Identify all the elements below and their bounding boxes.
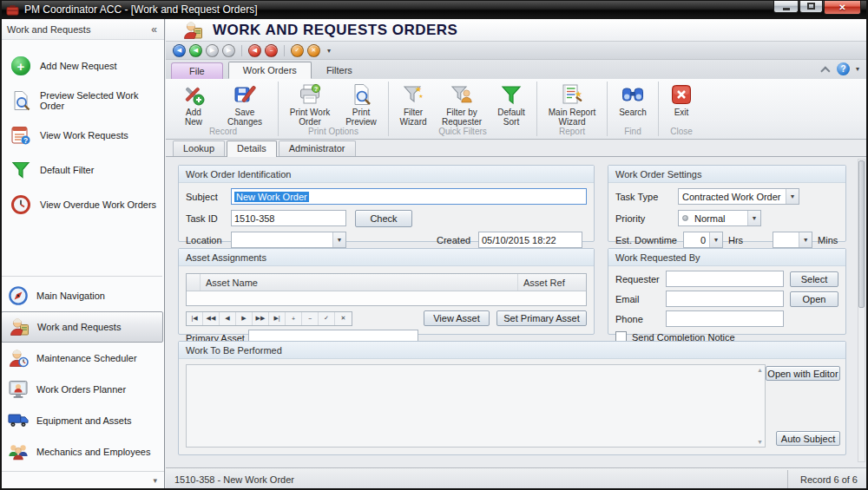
filter-by-requester-button[interactable]: Filter by Requester bbox=[435, 82, 489, 127]
tab-details[interactable]: Details bbox=[227, 140, 277, 157]
minimize-button[interactable] bbox=[773, 0, 799, 13]
post-record-icon[interactable]: ✓ bbox=[291, 44, 304, 57]
mins-unit-label: Mins bbox=[818, 235, 838, 245]
main-report-wizard-button[interactable]: ★ Main Report Wizard bbox=[542, 82, 602, 127]
sidebar-item-preview-work-order[interactable]: Preview Selected Work Order bbox=[0, 83, 164, 118]
sidebar-item-label: Maintenance Scheduler bbox=[36, 353, 137, 363]
row-indicator-column bbox=[187, 274, 201, 291]
maximize-icon bbox=[807, 3, 815, 10]
sidebar-header-label: Work and Requests bbox=[7, 24, 151, 35]
nav-cancel-icon[interactable]: ✕ bbox=[335, 312, 352, 325]
open-with-editor-button[interactable]: Open with Editor bbox=[766, 366, 840, 381]
sidebar-item-mechanics-and-employees[interactable]: Mechanics and Employees bbox=[0, 436, 164, 467]
help-icon[interactable]: ? bbox=[837, 62, 850, 75]
cancel-edit-icon[interactable]: ✕ bbox=[307, 44, 320, 57]
asset-grid-empty-row[interactable] bbox=[187, 291, 586, 305]
downtime-mins-combobox[interactable]: ▼ bbox=[773, 232, 812, 248]
auto-subject-button[interactable]: Auto Subject bbox=[776, 431, 840, 446]
view-asset-button[interactable]: View Asset bbox=[424, 310, 490, 326]
maximize-button[interactable] bbox=[799, 0, 823, 13]
add-new-button[interactable]: Add New bbox=[173, 82, 214, 127]
nav-prior-icon[interactable]: ◀ bbox=[220, 312, 236, 325]
sidebar-item-view-work-requests[interactable]: ? View Work Requests bbox=[0, 118, 164, 153]
delete-record-icon[interactable]: − bbox=[265, 44, 278, 57]
worker-clipboard-icon bbox=[9, 317, 30, 337]
print-preview-button[interactable]: Print Preview bbox=[339, 82, 384, 127]
exit-button[interactable]: Exit bbox=[663, 82, 700, 127]
phone-input[interactable] bbox=[666, 310, 784, 327]
nav-prior-page-icon[interactable]: ◀◀ bbox=[203, 312, 220, 325]
toolbar-dropdown-icon[interactable]: ▾ bbox=[327, 47, 331, 55]
ribbon-separator bbox=[658, 82, 659, 136]
email-input[interactable] bbox=[666, 291, 784, 307]
scroll-down-icon[interactable]: ▼ bbox=[757, 439, 763, 445]
collapse-ribbon-icon[interactable] bbox=[820, 66, 830, 75]
tab-filters[interactable]: Filters bbox=[312, 62, 367, 79]
scrollbar-thumb[interactable] bbox=[858, 160, 865, 308]
search-button[interactable]: Search bbox=[612, 82, 654, 127]
sidebar-item-main-navigation[interactable]: Main Navigation bbox=[0, 280, 164, 311]
nav-last-record-icon[interactable]: ▶ bbox=[222, 44, 235, 57]
chevron-down-icon: ▼ bbox=[799, 232, 812, 247]
scroll-up-icon[interactable]: ▲ bbox=[757, 367, 763, 373]
work-description-textarea[interactable]: ▲ ▼ bbox=[186, 364, 766, 448]
nav-next-icon[interactable]: ▶ bbox=[236, 312, 253, 325]
requester-input[interactable] bbox=[666, 271, 784, 287]
print-work-order-button[interactable]: ? Print Work Order bbox=[283, 82, 337, 127]
group-title: Work To Be Performed bbox=[186, 345, 282, 356]
task-id-label: Task ID bbox=[186, 213, 231, 224]
revert-record-icon[interactable]: ◀ bbox=[248, 44, 261, 57]
sidebar-collapse-icon[interactable]: « bbox=[151, 23, 157, 36]
nav-delete-icon[interactable]: − bbox=[302, 312, 319, 325]
task-type-combobox[interactable]: Contracted Work Order▼ bbox=[678, 188, 799, 205]
open-email-button[interactable]: Open bbox=[790, 291, 838, 307]
sidebar-item-default-filter[interactable]: Default Filter bbox=[0, 153, 164, 187]
ribbon-group-label: Quick Filters bbox=[393, 127, 532, 138]
downtime-hours-combobox[interactable]: 0▼ bbox=[683, 232, 723, 248]
ribbon-button-label: Print Preview bbox=[342, 108, 380, 127]
sidebar-item-work-orders-planner[interactable]: Work Orders Planner bbox=[0, 374, 164, 405]
sidebar-item-add-new-request[interactable]: + Add New Request bbox=[0, 49, 164, 83]
check-button[interactable]: Check bbox=[355, 210, 412, 227]
nav-post-icon[interactable]: ✓ bbox=[319, 312, 335, 325]
sidebar-item-view-overdue[interactable]: View Overdue Work Orders bbox=[0, 187, 164, 222]
nav-first-record-icon[interactable]: ◀ bbox=[173, 44, 186, 57]
default-sort-button[interactable]: Default Sort bbox=[490, 82, 532, 127]
task-id-input[interactable]: 1510-358 bbox=[231, 210, 346, 226]
sidebar-item-label: Default Filter bbox=[40, 165, 94, 175]
column-asset-name[interactable]: Asset Name bbox=[201, 274, 518, 291]
asset-grid[interactable]: Asset Name Asset Ref bbox=[186, 273, 587, 306]
save-changes-button[interactable]: Save Changes bbox=[216, 82, 273, 127]
set-primary-asset-button[interactable]: Set Primary Asset bbox=[496, 310, 587, 326]
created-input[interactable]: 05/10/2015 18:22 bbox=[478, 232, 582, 248]
requester-label: Requester bbox=[615, 274, 666, 284]
priority-combobox[interactable]: Normal▼ bbox=[678, 210, 761, 226]
nav-last-icon[interactable]: ▶| bbox=[269, 312, 286, 325]
sidebar-overflow-icon[interactable]: ▾ bbox=[153, 476, 157, 485]
help-dropdown-icon[interactable]: ▾ bbox=[856, 65, 859, 73]
ribbon-group-quick-filters: ★★ Filter Wizard Filter by Requester Def… bbox=[390, 79, 536, 139]
column-asset-ref[interactable]: Asset Ref bbox=[518, 274, 586, 291]
group-header: Work Requested By bbox=[608, 249, 845, 266]
sidebar-item-equipment-and-assets[interactable]: Equipment and Assets bbox=[0, 405, 164, 436]
tab-file[interactable]: File bbox=[171, 62, 223, 79]
priority-label: Priority bbox=[615, 213, 678, 224]
location-combobox[interactable]: ▼ bbox=[231, 232, 346, 248]
tab-work-orders[interactable]: Work Orders bbox=[228, 62, 312, 79]
select-requester-button[interactable]: Select bbox=[790, 271, 838, 287]
sidebar-item-label: Main Navigation bbox=[36, 291, 105, 301]
tab-administrator[interactable]: Administrator bbox=[279, 140, 356, 156]
filter-wizard-button[interactable]: ★★ Filter Wizard bbox=[393, 82, 433, 127]
nav-first-icon[interactable]: |◀ bbox=[187, 312, 203, 325]
close-button[interactable]: ✕ bbox=[824, 0, 861, 15]
nav-insert-icon[interactable]: + bbox=[286, 312, 302, 325]
sidebar-item-maintenance-scheduler[interactable]: Maintenance Scheduler bbox=[0, 343, 164, 374]
nav-next-record-icon[interactable]: ▶ bbox=[206, 44, 219, 57]
nav-prior-record-icon[interactable]: ◀ bbox=[189, 44, 202, 57]
vertical-scrollbar[interactable] bbox=[858, 159, 865, 462]
tab-lookup[interactable]: Lookup bbox=[173, 140, 225, 156]
page-magnifier-icon bbox=[350, 83, 372, 106]
nav-next-page-icon[interactable]: ▶▶ bbox=[253, 312, 269, 325]
sidebar-item-work-and-requests[interactable]: Work and Requests bbox=[1, 311, 163, 343]
subject-input[interactable]: New Work Order bbox=[231, 188, 587, 205]
